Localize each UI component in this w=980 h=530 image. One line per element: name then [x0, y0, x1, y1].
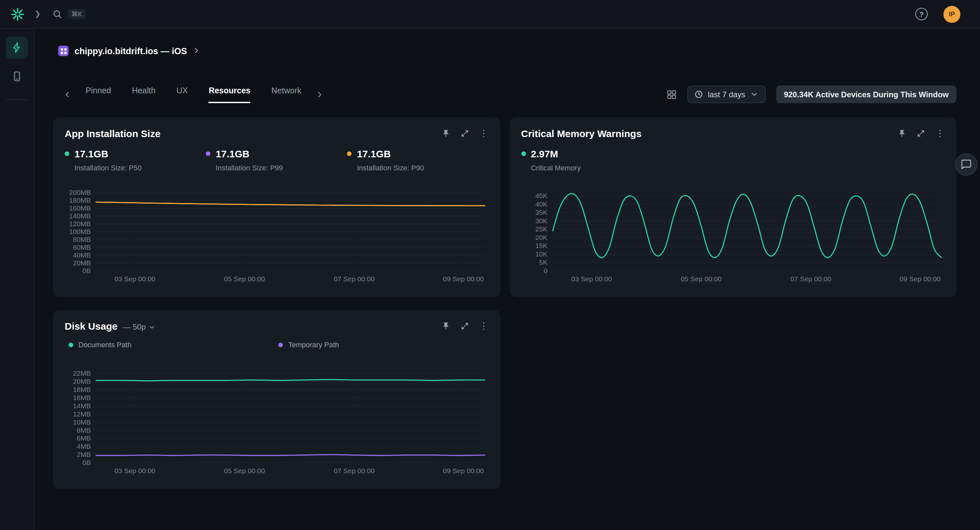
- svg-text:160MB: 160MB: [69, 204, 91, 212]
- legend-label: Temporary Path: [288, 341, 339, 349]
- card-critical-memory-warnings: Critical Memory Warnings ⋮: [509, 117, 956, 297]
- svg-text:80MB: 80MB: [73, 236, 91, 243]
- help-button[interactable]: ?: [915, 8, 928, 20]
- time-range-dropdown[interactable]: last 7 days: [687, 86, 766, 103]
- percentile-dropdown[interactable]: — 50p: [123, 322, 156, 332]
- installation-size-chart[interactable]: 03 Sep 00:0005 Sep 00:0007 Sep 00:0009 S…: [65, 187, 488, 287]
- layout-grid-button[interactable]: [667, 89, 677, 100]
- sidebar-item-devices[interactable]: [6, 65, 28, 87]
- expand-button[interactable]: [460, 129, 469, 138]
- cards-grid: App Installation Size ⋮: [53, 117, 956, 489]
- time-range-label: last 7 days: [708, 90, 745, 99]
- svg-text:16MB: 16MB: [73, 394, 91, 401]
- tab-health[interactable]: Health: [132, 86, 156, 103]
- svg-text:4MB: 4MB: [77, 443, 91, 450]
- svg-text:0B: 0B: [82, 267, 91, 275]
- active-devices-badge: 920.34K Active Devices During This Windo…: [776, 86, 956, 103]
- series-dot: [206, 151, 210, 156]
- svg-text:100MB: 100MB: [69, 228, 91, 235]
- stat-p50: 17.1GB Installation Size: P50: [65, 148, 206, 172]
- svg-text:07 Sep 00:00: 07 Sep 00:00: [334, 467, 375, 474]
- svg-text:15K: 15K: [535, 242, 547, 249]
- expand-button[interactable]: [916, 129, 925, 138]
- stat-p99: 17.1GB Installation Size: P99: [206, 148, 347, 172]
- stat-value: 17.1GB: [75, 148, 108, 159]
- stat-label: Installation Size: P99: [216, 164, 347, 172]
- svg-text:18MB: 18MB: [73, 386, 91, 393]
- feedback-chat-button[interactable]: [955, 153, 977, 176]
- tab-ux[interactable]: UX: [177, 86, 188, 103]
- avatar[interactable]: IP: [943, 6, 960, 22]
- svg-text:140MB: 140MB: [69, 212, 91, 220]
- svg-text:14MB: 14MB: [73, 402, 91, 409]
- grid-glyph-icon: [60, 48, 66, 54]
- sidebar: [0, 29, 35, 530]
- app-title: chippy.io.bitdrift.ios — iOS: [75, 46, 187, 56]
- stat-p90: 17.1GB Installation Size: P90: [347, 148, 488, 172]
- stat-value: 17.1GB: [216, 148, 249, 159]
- svg-text:03 Sep 00:00: 03 Sep 00:00: [115, 275, 156, 282]
- lightning-icon: [11, 42, 23, 54]
- svg-text:35K: 35K: [535, 209, 547, 216]
- card-title: Critical Memory Warnings: [521, 128, 641, 139]
- svg-text:20K: 20K: [535, 234, 547, 241]
- percentile-label: — 50p: [123, 322, 146, 332]
- search-button[interactable]: ⌘K: [52, 9, 85, 19]
- svg-text:40MB: 40MB: [73, 251, 91, 259]
- svg-text:05 Sep 00:00: 05 Sep 00:00: [224, 275, 265, 282]
- svg-text:40K: 40K: [535, 200, 547, 208]
- mobile-phone-icon: [11, 70, 23, 82]
- card-title: App Installation Size: [65, 128, 161, 139]
- main-content: chippy.io.bitdrift.ios — iOS Pinned Heal…: [35, 29, 980, 530]
- clock-icon: [695, 90, 703, 98]
- sidebar-divider: [6, 99, 27, 100]
- pin-icon: [441, 129, 450, 138]
- critical-memory-chart[interactable]: 03 Sep 00:0005 Sep 00:0007 Sep 00:0009 S…: [521, 187, 945, 287]
- dashboard-controls: last 7 days 920.34K Active Devices Durin…: [667, 86, 956, 103]
- svg-text:25K: 25K: [535, 225, 547, 233]
- series-dot: [347, 151, 352, 156]
- card-app-installation-size: App Installation Size ⋮: [53, 117, 500, 297]
- tab-resources[interactable]: Resources: [209, 86, 251, 103]
- expand-icon: [460, 129, 469, 138]
- svg-text:120MB: 120MB: [69, 220, 91, 227]
- expand-icon: [916, 129, 925, 138]
- tab-pinned[interactable]: Pinned: [86, 86, 111, 103]
- app-selector[interactable]: chippy.io.bitdrift.ios — iOS: [53, 45, 956, 57]
- svg-text:200MB: 200MB: [69, 189, 91, 196]
- tabs-scroll-left-button[interactable]: [59, 90, 75, 98]
- svg-text:8MB: 8MB: [77, 427, 91, 434]
- sidebar-item-dashboards[interactable]: [6, 36, 28, 59]
- disk-usage-chart[interactable]: 03 Sep 00:0005 Sep 00:0007 Sep 00:0009 S…: [65, 364, 488, 478]
- svg-text:09 Sep 00:00: 09 Sep 00:00: [899, 275, 940, 282]
- svg-text:0B: 0B: [82, 459, 91, 467]
- svg-text:12MB: 12MB: [73, 410, 91, 418]
- chevron-right-icon: [193, 45, 200, 57]
- card-menu-button[interactable]: ⋮: [479, 129, 488, 138]
- svg-text:0: 0: [543, 267, 547, 275]
- tab-network[interactable]: Network: [272, 86, 302, 103]
- tabs-scroll-right-button[interactable]: [312, 90, 327, 98]
- card-menu-button[interactable]: ⋮: [479, 322, 488, 330]
- stat-label: Installation Size: P50: [75, 164, 206, 172]
- svg-text:10MB: 10MB: [73, 418, 91, 426]
- pin-button[interactable]: [441, 322, 450, 330]
- svg-text:22MB: 22MB: [73, 370, 91, 377]
- series-dot: [65, 151, 69, 156]
- chevron-right-icon: [315, 90, 323, 98]
- svg-text:20MB: 20MB: [73, 259, 91, 267]
- grid-view-icon: [667, 89, 677, 100]
- stat-value: 17.1GB: [357, 148, 391, 159]
- sidebar-expand-chevron-icon[interactable]: ❯: [35, 10, 40, 18]
- card-menu-button[interactable]: ⋮: [935, 129, 945, 138]
- topbar: ❯ ⌘K ? IP: [0, 0, 980, 29]
- svg-text:6MB: 6MB: [77, 434, 91, 442]
- stat-label: Critical Memory: [531, 164, 945, 172]
- stat-critical-memory: 2.97M Critical Memory: [521, 148, 945, 172]
- tab-bar: Pinned Health UX Resources Network: [53, 86, 327, 103]
- pin-button[interactable]: [441, 129, 450, 138]
- series-dot: [68, 342, 73, 347]
- chat-bubble-icon: [961, 159, 972, 170]
- expand-button[interactable]: [460, 322, 469, 330]
- pin-button[interactable]: [898, 129, 906, 138]
